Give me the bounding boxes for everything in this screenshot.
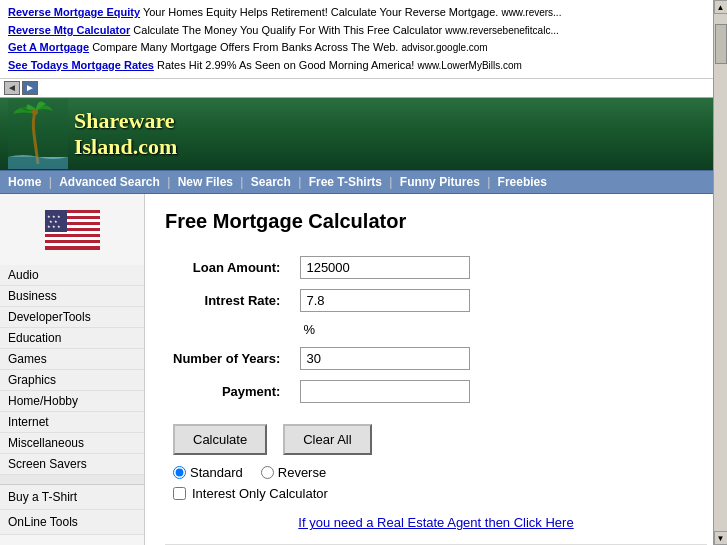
ad-banner: Reverse Mortgage Equity Your Homes Equit… bbox=[0, 0, 727, 79]
sidebar-item-business[interactable]: Business bbox=[0, 286, 144, 307]
svg-point-1 bbox=[32, 109, 38, 115]
sidebar-item-developertools[interactable]: DeveloperTools bbox=[0, 307, 144, 328]
site-header: Shareware Island.com bbox=[0, 98, 727, 170]
calculate-button[interactable]: Calculate bbox=[173, 424, 267, 455]
nav-right-arrow[interactable]: ► bbox=[22, 81, 38, 95]
reverse-radio[interactable] bbox=[261, 466, 274, 479]
ad-line-1: Reverse Mortgage Equity Your Homes Equit… bbox=[8, 4, 703, 22]
ad-line-3: Get A Mortgage Compare Many Mortgage Off… bbox=[8, 39, 703, 57]
interest-rate-row: Intrest Rate: bbox=[165, 284, 478, 317]
loan-amount-row: Loan Amount: bbox=[165, 251, 478, 284]
reverse-radio-label: Reverse bbox=[278, 465, 326, 480]
v-scroll-up-arrow[interactable]: ▲ bbox=[714, 0, 728, 14]
nav-funny-pitures[interactable]: Funny Pitures bbox=[400, 175, 480, 189]
nav-bar: Home | Advanced Search | New Files | Sea… bbox=[0, 170, 727, 194]
payment-row: Payment: bbox=[165, 375, 478, 408]
sidebar-item-internet[interactable]: Internet bbox=[0, 412, 144, 433]
sidebar: ★ ★ ★ ★ ★ ★ ★ ★ Audio Business Developer… bbox=[0, 194, 145, 545]
payment-cell bbox=[292, 375, 478, 408]
sidebar-item-graphics[interactable]: Graphics bbox=[0, 370, 144, 391]
sidebar-item-online-tools[interactable]: OnLine Tools bbox=[0, 510, 144, 535]
v-scroll-track[interactable] bbox=[714, 14, 727, 531]
button-row: Calculate Clear All bbox=[165, 424, 707, 455]
standard-radio[interactable] bbox=[173, 466, 186, 479]
years-label: Number of Years: bbox=[165, 342, 292, 375]
nav-sep-3: | bbox=[240, 175, 246, 189]
clear-all-button[interactable]: Clear All bbox=[283, 424, 371, 455]
interest-rate-input[interactable] bbox=[300, 289, 470, 312]
sidebar-item-buy-tshirt[interactable]: Buy a T-Shirt bbox=[0, 485, 144, 510]
nav-freebies[interactable]: Freebies bbox=[498, 175, 547, 189]
ad-link-2[interactable]: Reverse Mtg Calculator bbox=[8, 24, 130, 36]
logo-line1: Shareware bbox=[74, 108, 175, 133]
right-scrollbar[interactable]: ▲ ▼ bbox=[713, 0, 727, 545]
nav-sep-1: | bbox=[49, 175, 55, 189]
ad-url-3: advisor.google.com bbox=[402, 42, 488, 53]
nav-arrows-row: ◄ ► bbox=[0, 79, 727, 98]
loan-amount-input[interactable] bbox=[300, 256, 470, 279]
sidebar-item-audio[interactable]: Audio bbox=[0, 265, 144, 286]
us-flag-icon: ★ ★ ★ ★ ★ ★ ★ ★ bbox=[45, 210, 100, 250]
percent-row: % bbox=[165, 317, 478, 342]
sidebar-divider bbox=[0, 475, 144, 485]
main-layout: ★ ★ ★ ★ ★ ★ ★ ★ Audio Business Developer… bbox=[0, 194, 727, 545]
realtor-link[interactable]: If you need a Real Estate Agent then Cli… bbox=[298, 515, 573, 530]
nav-advanced-search[interactable]: Advanced Search bbox=[59, 175, 160, 189]
palm-tree-icon bbox=[8, 99, 68, 169]
radio-row: Standard Reverse bbox=[165, 465, 707, 480]
years-row: Number of Years: bbox=[165, 342, 478, 375]
ad-url-2: www.reversebenefitcalc... bbox=[445, 25, 558, 36]
years-cell bbox=[292, 342, 478, 375]
v-scroll-down-arrow[interactable]: ▼ bbox=[714, 531, 728, 545]
ad-url-1: www.revers... bbox=[501, 7, 561, 18]
payment-label: Payment: bbox=[165, 375, 292, 408]
sidebar-item-screensavers[interactable]: Screen Savers bbox=[0, 454, 144, 475]
v-scroll-thumb[interactable] bbox=[715, 24, 727, 64]
svg-text:★ ★ ★: ★ ★ ★ bbox=[47, 224, 61, 229]
payment-input[interactable] bbox=[300, 380, 470, 403]
nav-home[interactable]: Home bbox=[8, 175, 41, 189]
nav-sep-6: | bbox=[487, 175, 493, 189]
realtor-link-section: If you need a Real Estate Agent then Cli… bbox=[165, 515, 707, 530]
ad-desc-3: Compare Many Mortgage Offers From Banks … bbox=[92, 41, 398, 53]
main-content: Free Mortgage Calculator Loan Amount: In… bbox=[145, 194, 727, 545]
logo-text: Shareware Island.com bbox=[74, 108, 177, 161]
loan-amount-label: Loan Amount: bbox=[165, 251, 292, 284]
nav-new-files[interactable]: New Files bbox=[178, 175, 233, 189]
flag-area: ★ ★ ★ ★ ★ ★ ★ ★ bbox=[0, 202, 144, 265]
logo: Shareware Island.com bbox=[74, 108, 177, 161]
sidebar-item-homehobby[interactable]: Home/Hobby bbox=[0, 391, 144, 412]
logo-line2: Island.com bbox=[74, 134, 177, 159]
standard-radio-option[interactable]: Standard bbox=[173, 465, 243, 480]
ad-line-4: See Todays Mortgage Rates Rates Hit 2.99… bbox=[8, 57, 703, 75]
svg-rect-2 bbox=[8, 157, 68, 169]
ad-url-4: www.LowerMyBills.com bbox=[417, 60, 521, 71]
sidebar-item-education[interactable]: Education bbox=[0, 328, 144, 349]
percent-sign: % bbox=[300, 322, 315, 337]
interest-only-label: Interest Only Calculator bbox=[192, 486, 328, 501]
sidebar-item-miscellaneous[interactable]: Miscellaneous bbox=[0, 433, 144, 454]
ad-line-2: Reverse Mtg Calculator Calculate The Mon… bbox=[8, 22, 703, 40]
interest-rate-label: Intrest Rate: bbox=[165, 284, 292, 317]
ad-desc-1: Your Homes Equity Helps Retirement! Calc… bbox=[143, 6, 498, 18]
checkbox-row: Interest Only Calculator bbox=[165, 486, 707, 501]
reverse-radio-option[interactable]: Reverse bbox=[261, 465, 326, 480]
svg-rect-9 bbox=[45, 243, 100, 246]
ad-desc-4: Rates Hit 2.99% As Seen on Good Morning … bbox=[157, 59, 414, 71]
nav-search[interactable]: Search bbox=[251, 175, 291, 189]
years-input[interactable] bbox=[300, 347, 470, 370]
ad-link-1[interactable]: Reverse Mortgage Equity bbox=[8, 6, 140, 18]
interest-only-checkbox[interactable] bbox=[173, 487, 186, 500]
ad-desc-2: Calculate The Money You Qualify For With… bbox=[133, 24, 442, 36]
sidebar-item-games[interactable]: Games bbox=[0, 349, 144, 370]
ad-link-3[interactable]: Get A Mortgage bbox=[8, 41, 89, 53]
percent-cell: % bbox=[292, 317, 478, 342]
nav-sep-4: | bbox=[298, 175, 304, 189]
svg-rect-8 bbox=[45, 237, 100, 240]
nav-left-arrow[interactable]: ◄ bbox=[4, 81, 20, 95]
standard-radio-label: Standard bbox=[190, 465, 243, 480]
percent-label-spacer bbox=[165, 317, 292, 342]
nav-free-tshirts[interactable]: Free T-Shirts bbox=[309, 175, 382, 189]
ad-link-4[interactable]: See Todays Mortgage Rates bbox=[8, 59, 154, 71]
loan-amount-cell bbox=[292, 251, 478, 284]
